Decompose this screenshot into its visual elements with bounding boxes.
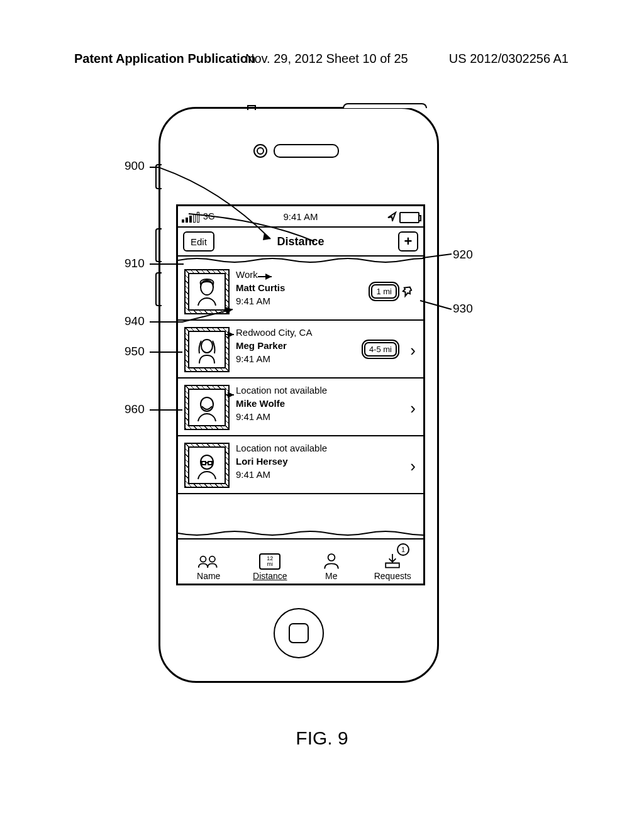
header-left: Patent Application Publication [74,52,255,66]
volume-up [155,228,162,262]
avatar [184,443,230,488]
tab-label: Me [325,571,337,581]
ref-900: 900 [125,159,145,173]
chevron-right-icon: › [410,342,416,358]
tab-requests[interactable]: 1 Requests [362,540,424,584]
row-location: Work [236,268,285,281]
list-row[interactable]: Work Matt Curtis 9:41 AM 1 mi [178,263,423,321]
ref-920: 920 [453,248,473,262]
avatar [184,269,230,314]
chevron-right-icon: › [410,458,416,474]
figure-label: FIG. 9 [0,728,644,749]
ref-950: 950 [125,345,145,358]
ref-930: 930 [453,302,473,316]
row-time: 9:41 AM [236,352,312,365]
row-name: Matt Curtis [236,281,285,294]
nav-bar: Edit Distance + [178,228,423,257]
front-camera-icon [253,144,267,158]
tab-distance[interactable]: 12 mi Distance [240,540,301,584]
pushpin-icon [402,285,414,301]
tab-name[interactable]: Name [178,540,240,584]
tab-label: Distance [253,571,287,581]
nav-title: Distance [178,235,423,248]
location-arrow-icon [387,211,397,223]
header-center: Nov. 29, 2012 Sheet 10 of 25 [245,52,408,66]
distance-badge: 4-5 mi [364,342,397,357]
add-button[interactable]: + [398,231,418,252]
requests-badge: 1 [397,543,409,556]
row-time: 9:41 AM [236,410,327,423]
row-location: Redwood City, CA [236,326,312,339]
distance-badge: 1 mi [371,284,397,299]
ref-960: 960 [125,402,145,416]
row-time: 9:41 AM [236,294,285,307]
top-notch-slot [343,103,427,108]
row-time: 9:41 AM [236,468,327,481]
tab-bar: Name 12 mi Distance Me 1 Requests [178,538,423,584]
distance-tab-icon: 12 mi [259,553,280,570]
tab-me[interactable]: Me [301,540,362,584]
status-bar: 3G 9:41 AM [178,206,423,228]
ref-940: 940 [125,314,145,328]
top-torn-edge [178,257,423,263]
list-row[interactable]: Location not available Mike Wolfe 9:41 A… [178,379,423,436]
friends-list: Work Matt Curtis 9:41 AM 1 mi Redwood Ci [178,263,423,494]
row-name: Meg Parker [236,339,312,352]
screen: 3G 9:41 AM Edit Distance + [176,204,425,585]
row-name: Mike Wolfe [236,397,327,410]
row-location: Location not available [236,441,327,455]
avatar [184,385,230,430]
speaker-slot-icon [274,144,339,158]
list-row[interactable]: Redwood City, CA Meg Parker 9:41 AM 4-5 … [178,321,423,379]
header-right: US 2012/0302256 A1 [449,52,569,66]
mute-switch [155,164,162,189]
distance-icon-bot: mi [262,562,278,567]
bottom-torn-edge [178,529,423,537]
volume-down [155,272,162,306]
battery-icon [399,212,419,223]
top-notch-tab [247,105,256,110]
tab-label: Requests [374,571,411,581]
home-button[interactable] [274,608,324,658]
tab-label: Name [197,571,220,581]
chevron-right-icon: › [410,400,416,416]
ref-910: 910 [125,257,145,270]
row-location: Location not available [236,384,327,397]
row-name: Lori Hersey [236,455,327,468]
list-row[interactable]: Location not available Lori Hersey 9:41 … [178,436,423,494]
add-label: + [404,233,413,250]
avatar [184,327,230,372]
phone-body: 3G 9:41 AM Edit Distance + [158,107,439,683]
